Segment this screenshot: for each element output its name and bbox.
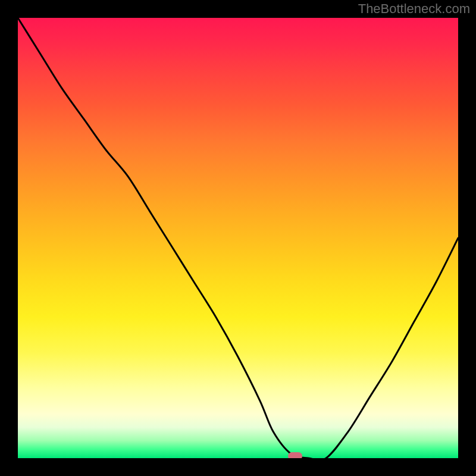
optimal-point-marker	[288, 452, 302, 458]
chart-curve	[18, 18, 458, 458]
plot-area	[18, 18, 458, 458]
curve-path	[18, 18, 458, 458]
watermark-text: TheBottleneck.com	[358, 1, 470, 17]
